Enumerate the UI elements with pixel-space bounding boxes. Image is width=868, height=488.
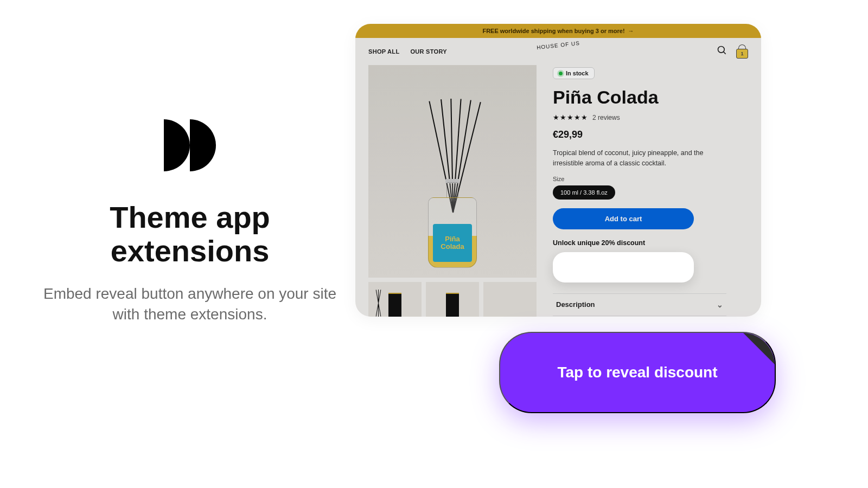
product-gallery: Piña Colada xyxy=(368,65,537,317)
reviews-count: 2 reviews xyxy=(592,114,620,121)
cart-count: 1 xyxy=(736,49,748,59)
store-preview: FREE worldwide shipping when buying 3 or… xyxy=(355,24,761,317)
cart-icon[interactable]: 1 xyxy=(736,44,748,59)
promo-panel: Theme app extensions Embed reveal button… xyxy=(33,119,347,325)
app-logo-icon xyxy=(163,119,217,174)
tap-to-reveal-button[interactable]: Tap to reveal discount xyxy=(499,332,776,413)
product-main-image[interactable]: Piña Colada xyxy=(368,65,537,278)
reveal-button-placeholder[interactable] xyxy=(553,252,694,282)
announcement-text: FREE worldwide shipping when buying 3 or… xyxy=(482,28,624,34)
brand-logo[interactable]: HOUSE OF US xyxy=(537,42,580,48)
product-price: €29,99 xyxy=(553,129,748,140)
add-to-cart-button[interactable]: Add to cart xyxy=(553,208,694,229)
product-description: Tropical blend of coconut, juicy pineapp… xyxy=(553,148,726,169)
thumbnail-2[interactable] xyxy=(426,282,479,317)
stock-dot-icon xyxy=(559,72,563,75)
unlock-discount-label: Unlock unique 20% discount xyxy=(553,239,748,247)
nav-our-story[interactable]: OUR STORY xyxy=(410,48,447,55)
product-title: Piña Colada xyxy=(553,87,748,108)
arrow-right-icon: → xyxy=(628,28,634,34)
store-header: SHOP ALL OUR STORY HOUSE OF US 1 xyxy=(355,38,761,65)
svg-point-0 xyxy=(718,47,725,53)
announcement-bar[interactable]: FREE worldwide shipping when buying 3 or… xyxy=(355,24,761,38)
search-icon[interactable] xyxy=(717,45,727,58)
promo-title: Theme app extensions xyxy=(33,201,347,267)
size-option[interactable]: 100 ml / 3.38 fl.oz xyxy=(553,185,615,200)
thumbnail-3[interactable] xyxy=(483,282,537,317)
product-details: In stock Piña Colada ★★★★★ 2 reviews €29… xyxy=(553,65,748,317)
chevron-down-icon: ⌄ xyxy=(717,300,723,309)
star-icon: ★★★★★ xyxy=(553,113,588,121)
description-accordion[interactable]: Description ⌄ xyxy=(553,293,726,316)
promo-subtitle: Embed reveal button anywhere on your sit… xyxy=(33,284,347,325)
svg-line-1 xyxy=(724,52,726,54)
cta-label: Tap to reveal discount xyxy=(557,364,717,381)
option-label: Size xyxy=(553,176,748,182)
product-rating[interactable]: ★★★★★ 2 reviews xyxy=(553,113,748,121)
peel-corner-icon xyxy=(742,333,775,365)
stock-badge: In stock xyxy=(553,67,595,79)
thumbnail-1[interactable] xyxy=(368,282,422,317)
nav-shop-all[interactable]: SHOP ALL xyxy=(368,48,399,55)
